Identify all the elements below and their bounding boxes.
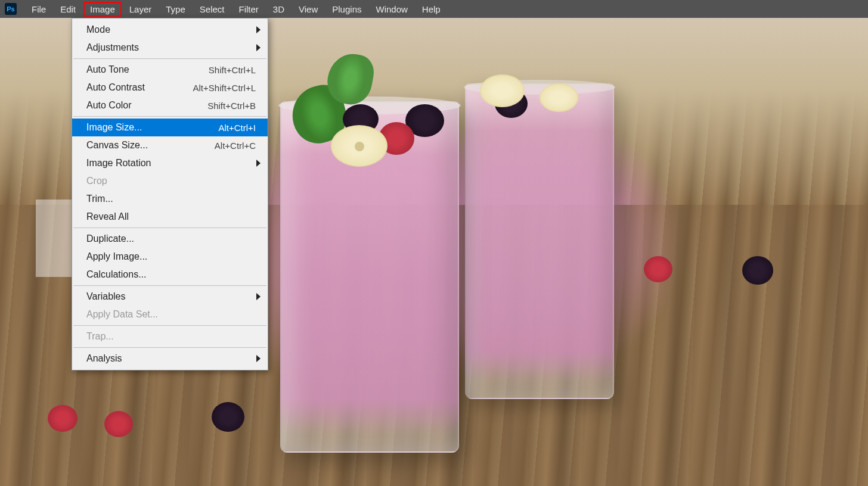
menu-item-crop: Crop [72,172,268,190]
menu-item-label: Duplicate... [86,233,134,244]
menu-separator [73,228,266,228]
menu-item-trim[interactable]: Trim... [72,190,268,208]
menu-separator [73,347,266,348]
menu-item-trap: Trap... [72,328,268,345]
scattered-blackberry [742,256,773,285]
menu-item-label: Auto Tone [86,64,129,75]
scattered-raspberry [104,411,133,437]
menu-item-label: Reveal All [86,211,129,222]
submenu-arrow-icon [256,293,261,300]
menu-type[interactable]: Type [159,2,192,17]
smoothie-glass-rear [465,83,614,399]
scattered-blackberry [212,402,244,432]
menu-separator [73,116,266,117]
banana-slice [540,83,578,112]
menu-item-reveal-all[interactable]: Reveal All [72,208,268,226]
image-menu-dropdown: ModeAdjustmentsAuto ToneShift+Ctrl+LAuto… [72,18,268,370]
menu-item-label: Apply Data Set... [86,309,158,320]
menu-filter[interactable]: Filter [232,2,265,17]
menu-item-label: Calculations... [86,269,147,280]
submenu-arrow-icon [256,44,261,51]
menu-item-image-rotation[interactable]: Image Rotation [72,154,268,172]
menu-item-auto-tone[interactable]: Auto ToneShift+Ctrl+L [72,61,268,79]
menu-item-label: Auto Contrast [86,82,145,93]
menu-item-label: Trim... [86,194,113,204]
menu-window[interactable]: Window [369,2,414,17]
menu-item-shortcut: Shift+Ctrl+L [209,65,256,75]
menu-3d[interactable]: 3D [266,2,291,17]
menu-separator [73,325,266,326]
banana-slice [480,74,525,107]
menu-item-calculations[interactable]: Calculations... [72,266,268,284]
menu-item-label: Canvas Size... [86,140,148,151]
submenu-arrow-icon [256,355,261,362]
menu-image[interactable]: Image [83,2,122,17]
menubar: Ps File Edit Image Layer Type Select Fil… [0,0,868,18]
menu-item-shortcut: Alt+Ctrl+I [218,123,256,133]
menu-help[interactable]: Help [416,2,447,17]
menu-item-label: Image Size... [86,122,142,133]
menu-item-label: Trap... [86,331,114,342]
submenu-arrow-icon [256,160,261,167]
menu-item-shortcut: Alt+Ctrl+C [215,141,256,151]
menu-separator [73,285,266,286]
menu-item-label: Apply Image... [86,251,147,262]
menu-layer[interactable]: Layer [123,2,159,17]
scattered-raspberry [48,405,78,432]
menu-view[interactable]: View [292,2,324,17]
menu-item-image-size[interactable]: Image Size...Alt+Ctrl+I [72,119,268,136]
menu-item-label: Variables [86,291,126,302]
menu-item-label: Mode [86,24,110,35]
banana-slice [331,125,388,167]
menu-item-auto-color[interactable]: Auto ColorShift+Ctrl+B [72,96,268,114]
menu-edit[interactable]: Edit [54,2,82,17]
menu-item-label: Analysis [86,353,122,364]
menu-item-variables[interactable]: Variables [72,288,268,306]
menu-item-label: Adjustments [86,42,139,53]
menu-item-analysis[interactable]: Analysis [72,350,268,367]
menu-separator [73,58,266,59]
menu-item-label: Image Rotation [86,158,151,169]
menu-plugins[interactable]: Plugins [326,2,368,17]
menu-item-auto-contrast[interactable]: Auto ContrastAlt+Shift+Ctrl+L [72,79,268,96]
menu-item-apply-data-set: Apply Data Set... [72,306,268,323]
menu-item-adjustments[interactable]: Adjustments [72,39,268,57]
menu-item-duplicate[interactable]: Duplicate... [72,230,268,248]
menu-item-apply-image[interactable]: Apply Image... [72,248,268,266]
scattered-raspberry [644,256,672,282]
menu-item-mode[interactable]: Mode [72,21,268,39]
menu-item-shortcut: Alt+Shift+Ctrl+L [193,83,256,93]
photoshop-app-icon: Ps [5,3,17,15]
menu-item-shortcut: Shift+Ctrl+B [207,101,256,111]
submenu-arrow-icon [256,26,261,33]
menu-select[interactable]: Select [193,2,231,17]
menu-item-canvas-size[interactable]: Canvas Size...Alt+Ctrl+C [72,136,268,154]
menu-item-label: Auto Color [86,100,132,111]
menu-item-label: Crop [86,176,107,186]
menu-file[interactable]: File [25,2,52,17]
